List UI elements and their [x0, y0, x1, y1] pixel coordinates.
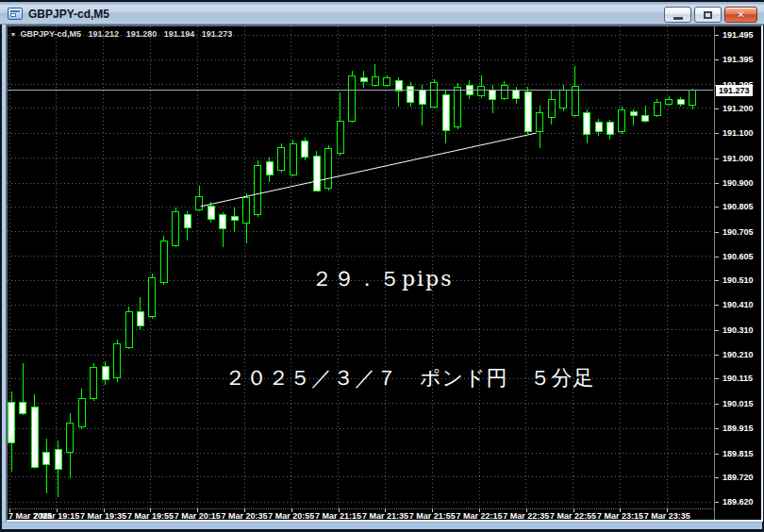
chart-window: ▾ GBPJPY-cd,M5 191.212 191.280 191.194 1…	[6, 25, 763, 522]
window-bottom-frame	[2, 522, 762, 529]
price-axis-label: 191.495	[722, 30, 754, 40]
bull-candle	[325, 149, 332, 189]
price-axis[interactable]: 191.273 191.495191.395191.295191.200191.…	[714, 26, 761, 520]
bull-candle	[654, 102, 660, 115]
price-axis-label: 191.200	[722, 104, 754, 113]
price-axis-label: 189.915	[722, 424, 754, 433]
price-axis-label: 190.605	[722, 252, 754, 261]
restore-icon	[704, 11, 712, 19]
price-axis-label: 190.115	[722, 374, 753, 383]
bear-candle	[419, 90, 425, 104]
bear-candle	[102, 366, 108, 380]
bull-candle	[349, 75, 356, 121]
application-window: GBPJPY-cd,M5 ✕ ▾ GBPJPY-cd,M5 191.212 19…	[0, 0, 764, 532]
bear-candle	[302, 141, 308, 158]
price-axis-label: 191.000	[722, 154, 754, 163]
date-caption-annotation[interactable]: ２０２５／３／７ ポンド円 ５分足	[224, 364, 595, 392]
bear-candle	[266, 162, 273, 175]
window-titlebar[interactable]: GBPJPY-cd,M5 ✕	[0, 0, 764, 25]
bear-candle	[137, 311, 143, 325]
price-axis-tick	[715, 207, 719, 208]
close-value: 191.273	[202, 29, 233, 39]
chart-window-icon	[8, 8, 23, 20]
bear-candle	[584, 113, 590, 134]
bear-candle	[595, 123, 602, 132]
bear-candle	[8, 403, 15, 443]
bull-candle	[160, 241, 167, 283]
price-axis-tick	[715, 305, 719, 306]
price-axis-label: 189.620	[722, 497, 754, 507]
bull-candle	[278, 147, 285, 170]
bear-candle	[43, 453, 50, 465]
price-axis-label: 190.310	[722, 325, 754, 335]
price-axis-label: 190.410	[722, 300, 754, 309]
bull-candle	[560, 90, 567, 108]
bear-candle	[31, 407, 38, 467]
restore-button[interactable]	[694, 7, 722, 23]
bear-candle	[606, 123, 613, 134]
price-axis-tick	[715, 502, 719, 503]
price-axis-label: 191.395	[722, 55, 754, 64]
bull-candle	[149, 278, 156, 316]
chart-header: ▾ GBPJPY-cd,M5 191.212 191.280 191.194 1…	[11, 29, 237, 39]
price-axis-tick	[715, 232, 719, 233]
bull-candle	[572, 87, 578, 115]
bear-candle	[513, 91, 520, 98]
bear-candle	[360, 78, 367, 82]
price-axis-tick	[715, 355, 719, 356]
price-axis-tick	[715, 428, 719, 429]
price-axis-tick	[715, 35, 719, 36]
close-button[interactable]: ✕	[724, 7, 757, 23]
low-value: 191.194	[164, 29, 195, 39]
pips-annotation[interactable]: ２９．５pips	[311, 265, 454, 293]
time-axis-label: 7 Mar 23:35	[637, 511, 697, 521]
price-axis-tick	[715, 257, 719, 258]
bull-candle	[125, 311, 132, 347]
current-price-tag: 191.273	[716, 85, 753, 96]
close-icon: ✕	[737, 9, 744, 20]
bear-candle	[407, 87, 414, 102]
bull-candle	[372, 77, 378, 85]
bull-candle	[478, 87, 485, 96]
bear-candle	[184, 215, 191, 228]
price-axis-tick	[715, 454, 719, 455]
bear-candle	[208, 206, 214, 219]
window-controls: ✕	[664, 7, 757, 23]
bull-candle	[537, 113, 543, 132]
bull-candle	[455, 88, 461, 127]
bear-candle	[630, 111, 637, 115]
price-axis-tick	[715, 280, 719, 281]
price-axis-tick	[715, 330, 719, 331]
time-axis[interactable]: 7 Mar 20257 Mar 19:157 Mar 19:357 Mar 19…	[8, 508, 714, 520]
bear-candle	[313, 156, 320, 191]
bull-candle	[501, 85, 507, 98]
bear-candle	[677, 99, 684, 104]
minimize-button[interactable]	[664, 7, 691, 23]
price-axis-tick	[715, 477, 719, 478]
bull-candle	[384, 78, 390, 85]
trendline[interactable]	[200, 133, 536, 207]
price-axis-label: 190.805	[722, 202, 754, 211]
window-client-area: ▾ GBPJPY-cd,M5 191.212 191.280 191.194 1…	[2, 25, 762, 522]
bull-candle	[689, 91, 696, 106]
bull-candle	[290, 143, 296, 175]
bull-candle	[173, 212, 179, 245]
price-axis-label: 189.720	[722, 473, 754, 482]
chevron-down-icon[interactable]: ▾	[11, 30, 15, 39]
price-axis-label: 190.510	[722, 275, 754, 285]
bear-candle	[442, 94, 449, 130]
bull-candle	[78, 399, 85, 426]
chart-plot-area[interactable]: ▾ GBPJPY-cd,M5 191.212 191.280 191.194 1…	[8, 26, 713, 507]
bull-candle	[114, 344, 121, 377]
bull-candle	[196, 196, 203, 209]
price-axis-tick	[715, 404, 719, 405]
bear-candle	[220, 215, 226, 229]
bear-candle	[55, 450, 61, 470]
bull-candle	[243, 198, 250, 223]
bull-candle	[91, 368, 97, 399]
price-axis-tick	[715, 133, 719, 134]
price-axis-label: 190.705	[722, 227, 754, 237]
bull-candle	[666, 99, 673, 104]
price-axis-label: 190.015	[722, 399, 754, 408]
bear-candle	[20, 403, 26, 413]
